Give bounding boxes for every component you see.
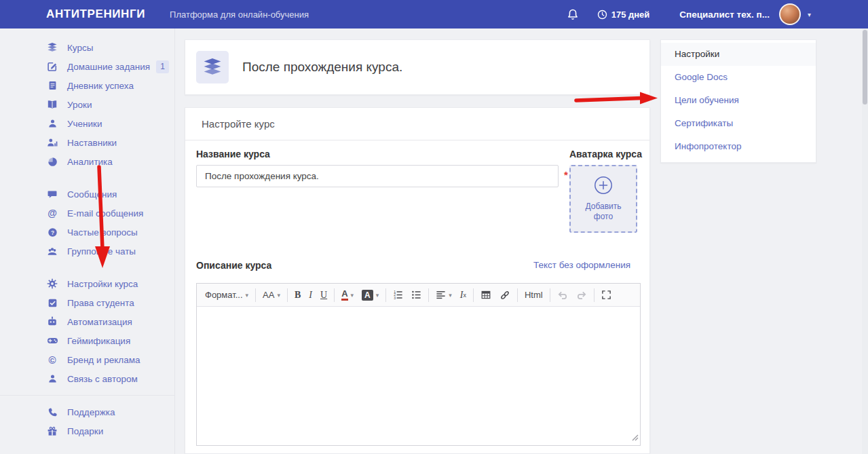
avatar-upload-label: Добавить фото [580, 202, 627, 222]
numbered-list-button[interactable]: 123 [389, 286, 407, 304]
sidebar-item-homework[interactable]: Домашние задания 1 [0, 57, 174, 76]
chevron-down-icon [351, 292, 354, 299]
sidebar-item-gamification[interactable]: Геймификация [0, 331, 174, 350]
sidebar-item-gifts[interactable]: Подарки [0, 421, 174, 440]
sidebar-item-author-contact[interactable]: Связь с автором [0, 369, 174, 388]
sidebar-item-label: Ученики [67, 119, 102, 129]
toolbar-separator [517, 288, 518, 302]
italic-button[interactable]: I [305, 286, 316, 304]
messages-icon [46, 189, 58, 200]
panel-item-infoprotector[interactable]: Инфопротектор [661, 135, 816, 158]
plain-text-link[interactable]: Текст без оформления [533, 260, 630, 270]
courses-icon [46, 42, 58, 54]
panel-item-certificates[interactable]: Сертификаты [661, 112, 816, 135]
undo-button[interactable] [553, 286, 572, 304]
text-color-icon: A [341, 289, 347, 301]
sidebar-item-mentors[interactable]: Наставники [0, 133, 174, 152]
user-avatar[interactable] [779, 3, 801, 25]
numbered-list-icon: 123 [393, 290, 403, 300]
sidebar-item-lessons[interactable]: Уроки [0, 95, 174, 114]
sidebar-item-success-diary[interactable]: Дневник успеха [0, 76, 174, 95]
sidebar-item-support[interactable]: Поддержка [0, 402, 174, 421]
html-source-button[interactable]: Html [521, 286, 547, 304]
app-tagline: Платформа для онлайн-обучения [170, 10, 309, 20]
editor-toolbar: Формат... AA B I U A A 123 Html [197, 284, 640, 307]
format-dropdown[interactable]: Формат... [201, 286, 252, 304]
panel-item-google-docs[interactable]: Google Docs [661, 66, 816, 89]
course-books-icon [196, 51, 229, 83]
analytics-icon [46, 156, 58, 168]
bold-button[interactable]: B [290, 286, 305, 304]
sidebar-item-automation[interactable]: Автоматизация [0, 312, 174, 331]
sidebar-item-messages[interactable]: Сообщения [0, 185, 174, 204]
app-logo[interactable]: АНТИТРЕНИНГИ [46, 7, 145, 21]
automation-icon [46, 316, 58, 328]
insert-link-button[interactable] [495, 286, 514, 304]
fullscreen-button[interactable] [597, 286, 616, 304]
sidebar-item-label: Дневник успеха [67, 81, 134, 91]
notifications-bell-icon[interactable] [566, 7, 580, 21]
sidebar-item-brand[interactable]: Бренд и реклама [0, 350, 174, 369]
rich-text-editor: Формат... AA B I U A A 123 Html [196, 283, 641, 446]
underline-button[interactable]: U [316, 286, 331, 304]
settings-tab-label: Настройте курс [202, 118, 275, 130]
bg-color-dropdown[interactable]: A [358, 286, 383, 304]
scrollbar-thumb[interactable] [863, 30, 867, 105]
students-icon [46, 118, 58, 130]
user-menu-chevron-down-icon[interactable] [808, 11, 811, 18]
sidebar-item-email-messages[interactable]: E-mail сообщения [0, 204, 174, 223]
clock-icon [597, 10, 607, 20]
sidebar-item-group-chats[interactable]: Групповые чаты [0, 242, 174, 261]
user-name[interactable]: Специалист тех. п... [679, 10, 770, 20]
required-asterisk: * [564, 169, 568, 181]
sidebar-item-analytics[interactable]: Аналитика [0, 152, 174, 171]
redo-icon [576, 290, 587, 301]
sidebar-item-course-settings[interactable]: Настройки курса [0, 274, 174, 293]
toolbar-separator [550, 288, 550, 302]
email-icon [46, 208, 58, 219]
font-size-label: AA [263, 290, 274, 300]
bg-color-icon: A [362, 290, 373, 301]
course-name-input[interactable] [196, 165, 559, 187]
sidebar-item-label: Уроки [67, 100, 92, 110]
course-header-card: После прохождения курса. [185, 39, 650, 95]
sidebar: Курсы Домашние задания 1 Дневник успеха … [0, 29, 175, 454]
toolbar-separator [255, 288, 256, 302]
panel-item-learning-goals[interactable]: Цели обучения [661, 89, 816, 112]
chevron-down-icon [277, 292, 280, 299]
lessons-icon [46, 99, 58, 111]
sidebar-group-gap [0, 261, 174, 274]
sidebar-group-gap [0, 171, 174, 185]
font-size-dropdown[interactable]: AA [259, 286, 284, 304]
clear-format-button[interactable] [456, 286, 470, 304]
diary-icon [46, 80, 58, 92]
resize-handle[interactable] [631, 432, 639, 444]
homework-count-badge: 1 [156, 60, 169, 73]
chevron-down-icon [246, 292, 249, 299]
page-scrollbar[interactable] [862, 29, 868, 454]
course-title: После прохождения курса. [242, 60, 402, 75]
course-settings-card: Настройте курс Название курса * Аватарка… [185, 107, 650, 454]
bullet-list-button[interactable] [407, 286, 426, 304]
sidebar-item-label: Права студента [67, 298, 134, 308]
course-avatar-label: Аватарка курса [569, 149, 642, 159]
align-dropdown[interactable] [432, 286, 456, 304]
svg-text:3: 3 [394, 296, 396, 300]
sidebar-item-courses[interactable]: Курсы [0, 38, 174, 57]
panel-item-settings[interactable]: Настройки [661, 43, 816, 66]
link-icon [499, 290, 510, 301]
bullet-list-icon [411, 290, 421, 300]
sidebar-item-students[interactable]: Ученики [0, 114, 174, 133]
editor-content[interactable] [197, 307, 640, 445]
redo-button[interactable] [572, 286, 591, 304]
text-color-dropdown[interactable]: A [337, 286, 358, 304]
sidebar-item-label: Сообщения [67, 189, 117, 200]
insert-table-button[interactable] [476, 286, 495, 304]
toolbar-separator [334, 288, 335, 302]
sidebar-item-faq[interactable]: ? Частые вопросы [0, 223, 174, 242]
undo-icon [557, 290, 568, 301]
sidebar-item-student-rights[interactable]: Права студента [0, 293, 174, 312]
homework-icon [46, 61, 58, 73]
subscription-days[interactable]: 175 дней [597, 10, 650, 20]
avatar-upload-box[interactable]: Добавить фото [569, 165, 637, 233]
